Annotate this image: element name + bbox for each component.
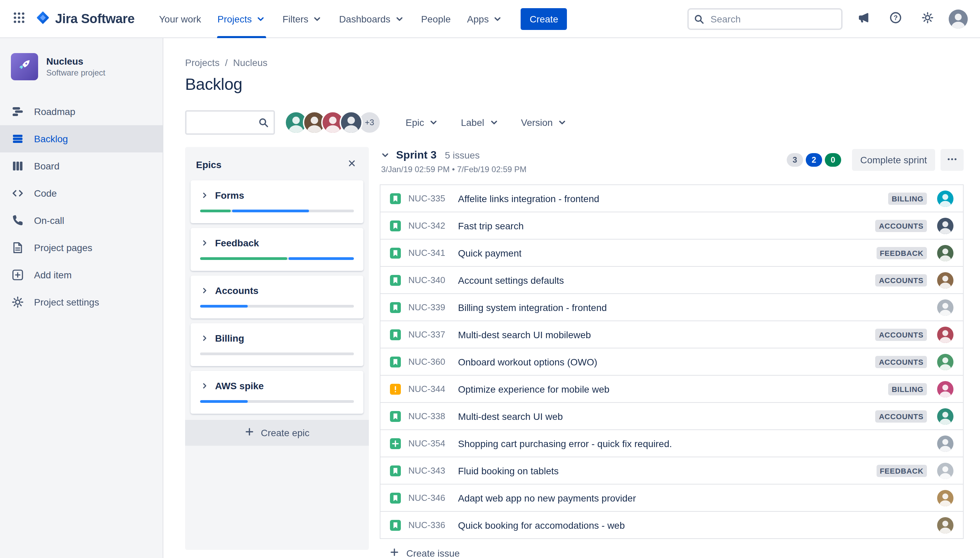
sidebar-item-backlog[interactable]: Backlog bbox=[0, 125, 163, 153]
story-icon bbox=[390, 302, 401, 313]
issue-row[interactable]: NUC-343Fluid booking on tabletsFEEDBACK bbox=[381, 457, 963, 484]
issue-row[interactable]: NUC-360Onboard workout options (OWO)ACCO… bbox=[381, 348, 963, 376]
assignee-avatar[interactable] bbox=[937, 190, 954, 207]
sidebar-item-project-pages[interactable]: Project pages bbox=[0, 234, 163, 261]
user-avatar[interactable] bbox=[949, 9, 968, 28]
issue-summary: Multi-dest search UI web bbox=[458, 411, 563, 422]
nav-item-filters[interactable]: Filters bbox=[274, 0, 331, 38]
assignee-avatar[interactable] bbox=[937, 217, 954, 234]
additem-icon bbox=[11, 268, 25, 282]
assignee-avatar[interactable] bbox=[937, 408, 954, 424]
assignee-avatar[interactable] bbox=[937, 299, 954, 315]
sprint-status-badges: 320 bbox=[787, 153, 841, 167]
assignee-avatar[interactable] bbox=[937, 381, 954, 397]
assignee-avatar[interactable] bbox=[937, 517, 954, 533]
create-button[interactable]: Create bbox=[520, 8, 567, 30]
nav-item-your-work[interactable]: Your work bbox=[151, 0, 209, 38]
issue-key: NUC-343 bbox=[408, 466, 451, 476]
epic-card-forms[interactable]: Forms bbox=[190, 181, 363, 223]
global-search-input[interactable] bbox=[687, 8, 842, 30]
code-icon bbox=[11, 187, 25, 200]
create-epic-button[interactable]: Create epic bbox=[185, 420, 369, 446]
issue-row[interactable]: NUC-354Shopping cart purchasing error - … bbox=[381, 430, 963, 457]
sidebar-item-add-item[interactable]: Add item bbox=[0, 261, 163, 289]
issue-row[interactable]: NUC-336Quick booking for accomodations -… bbox=[381, 512, 963, 539]
settings-button[interactable] bbox=[917, 8, 939, 30]
issue-row[interactable]: NUC-338Multi-dest search UI webACCOUNTS bbox=[381, 403, 963, 430]
complete-sprint-button[interactable]: Complete sprint bbox=[852, 149, 935, 171]
project-header: Nucleus Software project bbox=[0, 53, 163, 80]
issue-row[interactable]: NUC-335Affelite links integration - fron… bbox=[381, 185, 963, 212]
filter-dropdown-version[interactable]: Version bbox=[515, 113, 573, 132]
nav-item-projects[interactable]: Projects bbox=[209, 0, 274, 38]
issue-row[interactable]: NUC-339Billing system integration - fron… bbox=[381, 294, 963, 321]
create-issue-button[interactable]: Create issue bbox=[380, 539, 964, 558]
assignee-avatar[interactable] bbox=[937, 245, 954, 261]
close-epics-button[interactable] bbox=[343, 156, 361, 174]
issue-label-badge: ACCOUNTS bbox=[875, 410, 927, 422]
breadcrumb-projects-link[interactable]: Projects bbox=[185, 57, 220, 68]
story-icon bbox=[390, 329, 401, 340]
chevron-right-icon bbox=[200, 238, 210, 248]
chevron-down-icon bbox=[557, 117, 568, 128]
gear-icon bbox=[921, 11, 934, 27]
epic-card-aws-spike[interactable]: AWS spike bbox=[190, 371, 363, 414]
app-switcher-button[interactable] bbox=[8, 8, 30, 30]
sprint-actions: 320 Complete sprint bbox=[787, 149, 964, 171]
filter-dropdown-label[interactable]: Label bbox=[455, 113, 505, 132]
help-button[interactable]: ? bbox=[885, 8, 906, 30]
sprint-collapse-chevron-icon[interactable] bbox=[380, 150, 391, 161]
assignee-avatar[interactable] bbox=[937, 353, 954, 370]
jira-logo[interactable]: Jira Software bbox=[35, 10, 135, 28]
notifications-button[interactable] bbox=[853, 8, 875, 30]
sidebar-item-roadmap[interactable]: Roadmap bbox=[0, 98, 163, 125]
issue-summary: Fast trip search bbox=[458, 220, 524, 231]
nav-item-people[interactable]: People bbox=[413, 0, 459, 38]
member-avatar[interactable] bbox=[340, 111, 363, 134]
nav-item-dashboards[interactable]: Dashboards bbox=[331, 0, 413, 38]
issue-summary: Quick booking for accomodations - web bbox=[458, 520, 625, 530]
chevron-right-icon bbox=[200, 190, 210, 200]
create-epic-label: Create epic bbox=[261, 427, 309, 438]
issue-summary: Optimize experience for mobile web bbox=[458, 384, 609, 394]
plus-icon bbox=[389, 547, 399, 558]
issue-key: NUC-335 bbox=[408, 193, 451, 204]
assignee-avatar[interactable] bbox=[937, 435, 954, 451]
epic-progress-bar bbox=[200, 400, 354, 403]
sidebar-item-board[interactable]: Board bbox=[0, 153, 163, 180]
issue-row[interactable]: NUC-344Optimize experience for mobile we… bbox=[381, 376, 963, 403]
improvement-icon bbox=[390, 438, 401, 449]
issue-row[interactable]: NUC-346Adapt web app no new payments pro… bbox=[381, 484, 963, 512]
issue-key: NUC-341 bbox=[408, 248, 451, 258]
breadcrumb-nucleus-link[interactable]: Nucleus bbox=[233, 57, 268, 68]
issue-row[interactable]: NUC-342Fast trip searchACCOUNTS bbox=[381, 212, 963, 240]
assignee-avatar[interactable] bbox=[937, 463, 954, 479]
dropdown-label: Epic bbox=[405, 117, 424, 128]
sprint-more-button[interactable] bbox=[941, 149, 964, 171]
story-icon bbox=[390, 356, 401, 367]
filter-dropdown-epic[interactable]: Epic bbox=[400, 113, 445, 132]
epic-card-accounts[interactable]: Accounts bbox=[190, 276, 363, 318]
assignee-avatar[interactable] bbox=[937, 490, 954, 506]
issue-row[interactable]: NUC-337Multi-dest search UI mobilewebACC… bbox=[381, 321, 963, 348]
story-icon bbox=[390, 247, 401, 258]
issue-row[interactable]: NUC-340Account settings defaultsACCOUNTS bbox=[381, 267, 963, 294]
board-icon bbox=[11, 159, 25, 173]
chevron-right-icon bbox=[200, 333, 210, 343]
assignee-avatar[interactable] bbox=[937, 326, 954, 343]
nav-item-apps[interactable]: Apps bbox=[459, 0, 511, 38]
sidebar-item-code[interactable]: Code bbox=[0, 180, 163, 207]
assignee-avatar[interactable] bbox=[937, 272, 954, 288]
dropdown-label: Version bbox=[521, 117, 553, 128]
issue-row[interactable]: NUC-341Quick paymentFEEDBACK bbox=[381, 240, 963, 267]
sidebar-item-on-call[interactable]: On-call bbox=[0, 207, 163, 234]
sprint-section: Sprint 3 5 issues 3/Jan/19 02:59 PM • 7/… bbox=[380, 147, 964, 558]
epic-card-billing[interactable]: Billing bbox=[190, 323, 363, 366]
issue-key: NUC-338 bbox=[408, 411, 451, 421]
issue-label-badge: ACCOUNTS bbox=[875, 328, 927, 341]
chevron-down-icon bbox=[428, 117, 439, 128]
sidebar-item-project-settings[interactable]: Project settings bbox=[0, 289, 163, 316]
breadcrumb-separator: / bbox=[225, 57, 228, 68]
epics-panel-header: Epics bbox=[185, 147, 369, 181]
epic-card-feedback[interactable]: Feedback bbox=[190, 228, 363, 271]
